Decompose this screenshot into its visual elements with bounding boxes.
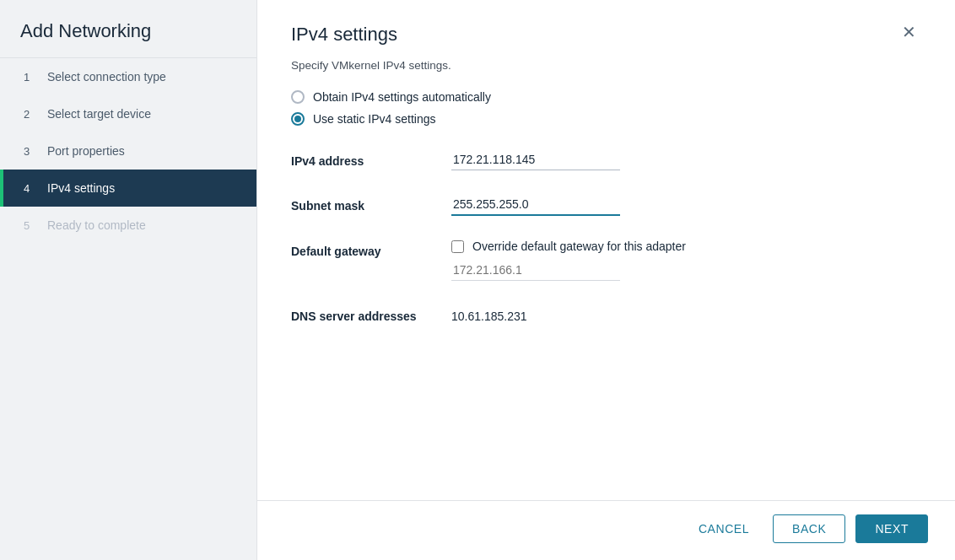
form-section: IPv4 address Subnet mask Default gateway bbox=[291, 149, 921, 323]
dns-server-label: DNS server addresses bbox=[291, 304, 451, 323]
page-title: IPv4 settings bbox=[291, 24, 397, 46]
subtitle: Specify VMkernel IPv4 settings. bbox=[291, 59, 921, 72]
radio-auto[interactable]: Obtain IPv4 settings automatically bbox=[291, 90, 921, 104]
radio-static[interactable]: Use static IPv4 settings bbox=[291, 112, 921, 126]
default-gateway-row: Default gateway Override default gateway… bbox=[291, 240, 921, 281]
sidebar-step-1[interactable]: 1Select connection type bbox=[0, 58, 256, 95]
step-label-4: IPv4 settings bbox=[47, 181, 115, 195]
dns-server-value: 10.61.185.231 bbox=[451, 304, 921, 323]
steps-list: 1Select connection type2Select target de… bbox=[0, 58, 256, 244]
main-body: Specify VMkernel IPv4 settings. Obtain I… bbox=[257, 46, 955, 500]
subnet-mask-input[interactable] bbox=[451, 194, 620, 216]
override-gateway-checkbox[interactable] bbox=[451, 240, 464, 253]
dialog-title: Add Networking bbox=[0, 0, 256, 58]
main-panel: IPv4 settings ✕ Specify VMkernel IPv4 se… bbox=[257, 0, 955, 560]
dns-server-control: 10.61.185.231 bbox=[451, 304, 921, 323]
main-header: IPv4 settings ✕ bbox=[257, 0, 955, 46]
sidebar: Add Networking 1Select connection type2S… bbox=[0, 0, 257, 560]
step-number-2: 2 bbox=[24, 108, 37, 121]
radio-auto-circle bbox=[291, 90, 305, 104]
next-button[interactable]: NEXT bbox=[855, 514, 928, 543]
step-label-5: Ready to complete bbox=[47, 218, 146, 232]
override-gateway-checkbox-label[interactable]: Override default gateway for this adapte… bbox=[472, 240, 686, 253]
sidebar-step-3[interactable]: 3Port properties bbox=[0, 132, 256, 170]
step-label-2: Select target device bbox=[47, 107, 151, 121]
back-button[interactable]: BACK bbox=[773, 514, 845, 543]
subnet-mask-control bbox=[451, 194, 921, 216]
step-label-1: Select connection type bbox=[47, 70, 166, 83]
radio-auto-label: Obtain IPv4 settings automatically bbox=[313, 90, 491, 104]
footer: CANCEL BACK NEXT bbox=[257, 500, 955, 560]
cancel-button[interactable]: CANCEL bbox=[685, 515, 763, 542]
subnet-mask-row: Subnet mask bbox=[291, 194, 921, 216]
step-label-3: Port properties bbox=[47, 144, 125, 158]
close-button[interactable]: ✕ bbox=[897, 22, 921, 42]
default-gateway-control: Override default gateway for this adapte… bbox=[451, 240, 921, 281]
ipv4-mode-radio-group: Obtain IPv4 settings automatically Use s… bbox=[291, 90, 921, 126]
default-gateway-label: Default gateway bbox=[291, 240, 451, 258]
ipv4-address-input[interactable] bbox=[451, 149, 620, 170]
sidebar-step-4[interactable]: 4IPv4 settings bbox=[0, 170, 256, 207]
ipv4-address-control bbox=[451, 149, 921, 170]
radio-static-label: Use static IPv4 settings bbox=[313, 112, 436, 126]
sidebar-step-5: 5Ready to complete bbox=[0, 207, 256, 244]
step-number-4: 4 bbox=[24, 182, 37, 195]
override-gateway-checkbox-row: Override default gateway for this adapte… bbox=[451, 240, 921, 253]
ipv4-address-label: IPv4 address bbox=[291, 149, 451, 168]
step-number-3: 3 bbox=[24, 145, 37, 158]
radio-static-circle bbox=[291, 112, 305, 126]
ipv4-address-row: IPv4 address bbox=[291, 149, 921, 170]
subnet-mask-label: Subnet mask bbox=[291, 194, 451, 213]
step-number-1: 1 bbox=[24, 71, 37, 83]
sidebar-step-2[interactable]: 2Select target device bbox=[0, 95, 256, 132]
gateway-input[interactable] bbox=[451, 260, 620, 281]
step-number-5: 5 bbox=[24, 219, 37, 232]
add-networking-dialog: Add Networking 1Select connection type2S… bbox=[0, 0, 955, 560]
dns-server-row: DNS server addresses 10.61.185.231 bbox=[291, 304, 921, 323]
